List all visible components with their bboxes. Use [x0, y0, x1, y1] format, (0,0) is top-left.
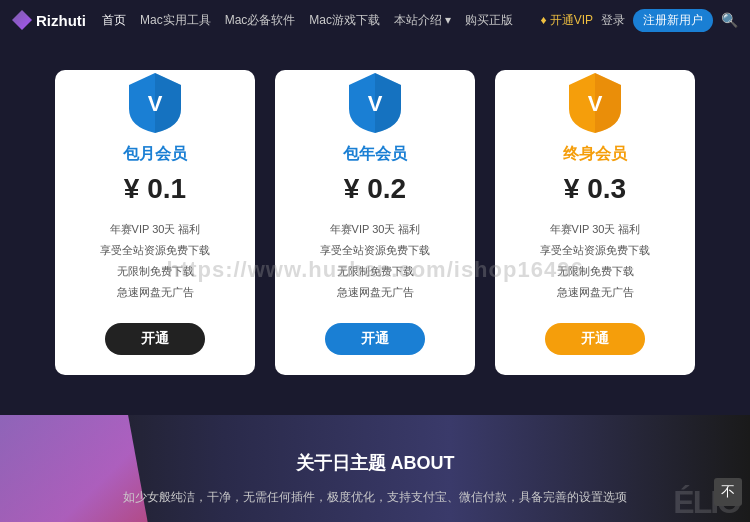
feature-monthly-4: 急速网盘无广告 — [65, 282, 245, 303]
scroll-top-button[interactable]: 不 — [714, 478, 742, 506]
about-section: ÉLIO 关于日主题 ABOUT 如少女般纯洁，干净，无需任何插件，极度优化，支… — [0, 415, 750, 522]
card-features-monthly: 年赛VIP 30天 福利 享受全站资源免费下载 无限制免费下载 急速网盘无广告 — [55, 219, 255, 303]
register-button[interactable]: 注册新用户 — [633, 9, 713, 32]
card-badge-lifetime: V — [565, 70, 625, 138]
nav-links: 首页 Mac实用工具 Mac必备软件 Mac游戏下载 本站介绍 购买正版 — [102, 12, 525, 29]
feature-monthly-1: 年赛VIP 30天 福利 — [65, 219, 245, 240]
about-title: 关于日主题 ABOUT — [296, 451, 455, 475]
badge-shield-lifetime: V — [567, 71, 623, 135]
pricing-section: https://www.huzhan.com/ishop16496 V 包月会员… — [0, 40, 750, 415]
nav-right: ♦ 开通VIP 登录 注册新用户 🔍 — [541, 9, 738, 32]
card-badge-yearly: V — [345, 70, 405, 138]
about-desc: 如少女般纯洁，干净，无需任何插件，极度优化，支持支付宝、微信付款，具备完善的设置… — [123, 487, 627, 507]
card-title-yearly: 包年会员 — [343, 144, 407, 165]
card-btn-monthly[interactable]: 开通 — [105, 323, 205, 355]
search-icon[interactable]: 🔍 — [721, 12, 738, 28]
feature-lifetime-2: 享受全站资源免费下载 — [505, 240, 685, 261]
login-link[interactable]: 登录 — [601, 12, 625, 29]
badge-v-yearly: V — [368, 91, 383, 117]
badge-v-monthly: V — [148, 91, 163, 117]
card-btn-lifetime[interactable]: 开通 — [545, 323, 645, 355]
badge-shield-yearly: V — [347, 71, 403, 135]
card-badge-monthly: V — [125, 70, 185, 138]
card-btn-yearly[interactable]: 开通 — [325, 323, 425, 355]
card-price-yearly: ¥ 0.2 — [344, 173, 406, 205]
card-price-monthly: ¥ 0.1 — [124, 173, 186, 205]
scroll-top-icon: 不 — [721, 483, 735, 501]
pricing-card-yearly: V 包年会员 ¥ 0.2 年赛VIP 30天 福利 享受全站资源免费下载 无限制… — [275, 70, 475, 375]
nav-mac-software[interactable]: Mac必备软件 — [225, 12, 296, 29]
nav-buy[interactable]: 购买正版 — [465, 12, 513, 29]
badge-v-lifetime: V — [588, 91, 603, 117]
vip-label: 开通VIP — [550, 12, 593, 29]
pricing-card-lifetime: V 终身会员 ¥ 0.3 年赛VIP 30天 福利 享受全站资源免费下载 无限制… — [495, 70, 695, 375]
vip-button[interactable]: ♦ 开通VIP — [541, 12, 593, 29]
nav-about[interactable]: 本站介绍 — [394, 12, 451, 29]
card-price-value-lifetime: ¥ 0.3 — [564, 173, 626, 204]
card-price-value-monthly: ¥ 0.1 — [124, 173, 186, 204]
feature-yearly-1: 年赛VIP 30天 福利 — [285, 219, 465, 240]
feature-lifetime-1: 年赛VIP 30天 福利 — [505, 219, 685, 240]
feature-monthly-3: 无限制免费下载 — [65, 261, 245, 282]
feature-lifetime-4: 急速网盘无广告 — [505, 282, 685, 303]
card-title-monthly: 包月会员 — [123, 144, 187, 165]
logo-text: Rizhuti — [36, 12, 86, 29]
card-price-lifetime: ¥ 0.3 — [564, 173, 626, 205]
card-title-lifetime: 终身会员 — [563, 144, 627, 165]
feature-yearly-3: 无限制免费下载 — [285, 261, 465, 282]
logo[interactable]: Rizhuti — [12, 10, 86, 30]
navbar: Rizhuti 首页 Mac实用工具 Mac必备软件 Mac游戏下载 本站介绍 … — [0, 0, 750, 40]
feature-monthly-2: 享受全站资源免费下载 — [65, 240, 245, 261]
nav-mac-tools[interactable]: Mac实用工具 — [140, 12, 211, 29]
card-price-value-yearly: ¥ 0.2 — [344, 173, 406, 204]
card-features-yearly: 年赛VIP 30天 福利 享受全站资源免费下载 无限制免费下载 急速网盘无广告 — [275, 219, 475, 303]
pricing-card-monthly: V 包月会员 ¥ 0.1 年赛VIP 30天 福利 享受全站资源免费下载 无限制… — [55, 70, 255, 375]
feature-yearly-2: 享受全站资源免费下载 — [285, 240, 465, 261]
card-features-lifetime: 年赛VIP 30天 福利 享受全站资源免费下载 无限制免费下载 急速网盘无广告 — [495, 219, 695, 303]
nav-mac-games[interactable]: Mac游戏下载 — [309, 12, 380, 29]
feature-yearly-4: 急速网盘无广告 — [285, 282, 465, 303]
nav-home[interactable]: 首页 — [102, 12, 126, 29]
logo-icon — [12, 10, 32, 30]
vip-icon: ♦ — [541, 13, 547, 27]
badge-shield-monthly: V — [127, 71, 183, 135]
feature-lifetime-3: 无限制免费下载 — [505, 261, 685, 282]
